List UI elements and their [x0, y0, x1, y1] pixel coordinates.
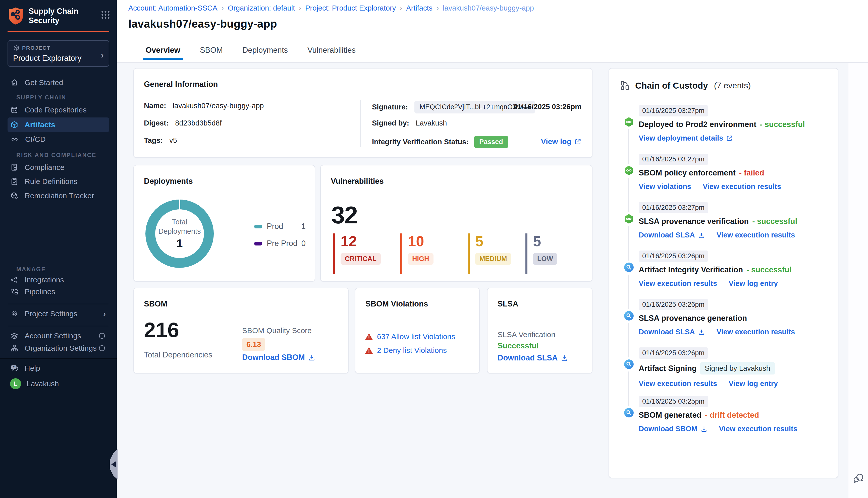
divider: [360, 100, 361, 147]
view-execution-results-link[interactable]: View execution results: [639, 279, 717, 288]
project-selector[interactable]: PROJECT Product Exploratory ›: [8, 40, 109, 67]
allow-list-violations-link[interactable]: 637 Allow list Violations: [377, 332, 455, 341]
chat-support-icon[interactable]: [852, 472, 865, 485]
divider: [8, 304, 108, 304]
svg-text:?: ?: [13, 366, 15, 369]
signed-by-badge: Signed by Lavakush: [700, 362, 775, 375]
app-title: Supply Chain Security: [29, 6, 87, 25]
app-logo-shield-icon: [8, 6, 24, 25]
download-icon: [698, 232, 705, 239]
pipelines-icon: [10, 287, 18, 296]
event-timestamp: 01/16/2025 03:27pm: [639, 202, 708, 213]
package-icon: [10, 120, 18, 129]
content-area: General Information Name:lavakush07/easy…: [117, 63, 868, 498]
event-status: - drift detected: [705, 411, 759, 420]
sidebar-item-cicd[interactable]: CI/CD: [8, 132, 109, 147]
breadcrumb-separator: ›: [221, 4, 224, 12]
page-title: lavakush07/easy-buggy-app: [128, 17, 277, 30]
sidebar-item-pipelines[interactable]: Pipelines: [8, 284, 109, 299]
event-title: SLSA provenance verification: [639, 217, 749, 226]
sidebar-item-project-settings[interactable]: Project Settings ›: [8, 306, 109, 321]
view-log-link[interactable]: View log: [541, 137, 581, 146]
slsa-verification-label: SLSA Verification: [497, 330, 555, 339]
right-rail: [848, 63, 868, 498]
event-status: - failed: [739, 168, 764, 178]
download-slsa-link[interactable]: Download SLSA: [639, 328, 705, 336]
sidebar-item-organization-settings[interactable]: Organization Settings: [8, 341, 109, 355]
chain-event-count: (7 events): [714, 81, 751, 90]
sidebar-item-artifacts[interactable]: Artifacts: [8, 117, 109, 132]
view-execution-results-link[interactable]: View execution results: [716, 231, 795, 239]
signature-timestamp: 01/16/2025 03:26pm: [513, 103, 581, 111]
breadcrumb-artifacts[interactable]: Artifacts: [406, 4, 432, 12]
sidebar-item-rule-definitions[interactable]: Rule Definitions: [8, 174, 109, 189]
chain-event: 01/16/2025 03:26pm Artifact SigningSigne…: [609, 348, 838, 396]
sidebar-item-compliance[interactable]: Compliance: [8, 160, 109, 175]
chain-event: 01/16/2025 03:25pm SBOM generated- drift…: [609, 396, 838, 444]
sidebar-item-get-started[interactable]: Get Started: [8, 75, 109, 90]
sidebar-item-label: Get Started: [25, 78, 63, 87]
slsa-card: SLSA SLSA Verification Successful Downlo…: [487, 288, 593, 374]
low-badge: LOW: [533, 253, 557, 265]
tab-vulnerabilities[interactable]: Vulnerabilities: [308, 38, 355, 62]
download-sbom-link[interactable]: Download SBOM: [639, 425, 708, 433]
sidebar-item-remediation-tracker[interactable]: Remediation Tracker: [8, 188, 109, 203]
view-execution-results-link[interactable]: View execution results: [716, 328, 795, 336]
download-icon: [698, 329, 705, 336]
hierarchy-icon: [620, 80, 630, 91]
download-slsa-link[interactable]: Download SLSA: [639, 231, 705, 239]
app-launcher-icon[interactable]: [100, 10, 111, 20]
sidebar-section-supply-chain: SUPPLY CHAIN: [16, 94, 66, 101]
event-title: Deployed to Prod2 environment: [639, 120, 756, 129]
avatar: L: [10, 378, 21, 389]
chain-event: 01/16/2025 03:26pm SLSA provenance gener…: [609, 299, 838, 348]
view-violations-link[interactable]: View violations: [639, 183, 691, 191]
high-badge: HIGH: [408, 253, 433, 265]
info-icon[interactable]: [98, 344, 106, 352]
card-title: SBOM Violations: [365, 300, 428, 309]
legend-value: 0: [301, 239, 306, 248]
breadcrumb: Account: Automation-SSCA› Organization: …: [128, 4, 534, 12]
warning-icon: [365, 333, 373, 340]
legend-item-preprod: Pre Prod 0: [254, 237, 306, 250]
deny-list-violations-link[interactable]: 2 Deny list Violations: [377, 346, 447, 355]
code-repo-icon: [10, 106, 18, 114]
tab-overview[interactable]: Overview: [146, 38, 180, 62]
info-icon[interactable]: [98, 332, 106, 340]
download-slsa-link[interactable]: Download SLSA: [497, 353, 568, 363]
event-status: - successful: [752, 217, 797, 226]
breadcrumb-account[interactable]: Account: Automation-SSCA: [128, 4, 218, 12]
breadcrumb-project[interactable]: Project: Product Exploratory: [305, 4, 396, 12]
view-log-entry-link[interactable]: View log entry: [729, 279, 778, 288]
sidebar-section-risk-compliance: RISK AND COMPLIANCE: [16, 152, 96, 159]
breadcrumb-organization[interactable]: Organization: default: [228, 4, 295, 12]
sidebar-item-code-repositories[interactable]: Code Repositories: [8, 103, 109, 117]
tab-deployments[interactable]: Deployments: [242, 38, 288, 62]
view-deployment-details-link[interactable]: View deployment details: [639, 134, 733, 142]
sidebar-item-label: Remediation Tracker: [25, 192, 94, 200]
event-status: - successful: [747, 265, 791, 274]
view-execution-results-link[interactable]: View execution results: [639, 380, 717, 388]
view-execution-results-link[interactable]: View execution results: [703, 183, 781, 191]
project-box-icon: [13, 45, 20, 51]
brand-accent-bar: [8, 31, 109, 32]
chevron-right-icon: ›: [103, 310, 106, 318]
severity-low: 5 LOW: [526, 233, 557, 274]
sidebar-item-label: Organization Settings: [25, 344, 97, 352]
sbom-total-label: Total Dependencies: [144, 350, 212, 359]
sidebar-item-help[interactable]: ? Help: [8, 361, 109, 376]
chain-of-custody-panel: Chain of Custody (7 events) 01/16/2025 0…: [609, 68, 838, 478]
view-execution-results-link[interactable]: View execution results: [719, 425, 798, 433]
external-link-icon: [726, 135, 733, 142]
tab-sbom[interactable]: SBOM: [200, 38, 223, 62]
user-menu[interactable]: L Lavakush: [8, 377, 109, 391]
pipeline-deploy-icon: [624, 117, 634, 127]
chain-of-custody-title: Chain of Custody: [635, 81, 708, 91]
download-sbom-link[interactable]: Download SBOM: [242, 353, 315, 362]
donut-total-value: 1: [176, 237, 183, 250]
download-icon: [308, 354, 315, 361]
tab-bar: Overview SBOM Deployments Vulnerabilitie…: [146, 38, 355, 62]
vulnerabilities-card: Vulnerabilities 32 12 CRITICAL 10 HIGH 5…: [320, 165, 593, 281]
user-name: Lavakush: [27, 380, 59, 388]
view-log-entry-link[interactable]: View log entry: [729, 380, 778, 388]
